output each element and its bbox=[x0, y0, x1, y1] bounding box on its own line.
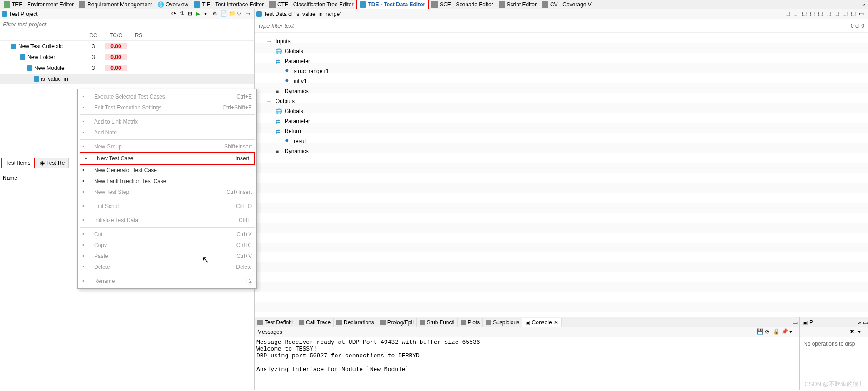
tab-test-items[interactable]: Test Items bbox=[1, 158, 35, 168]
circle-icon: ◉ bbox=[40, 160, 45, 166]
data-tree-row[interactable]: 🌐 Globals bbox=[255, 46, 868, 56]
tool-icon[interactable]: ⬚ bbox=[810, 10, 817, 18]
new-icon[interactable]: 📄 bbox=[221, 10, 228, 18]
tab-sce[interactable]: SCE - Scenario Editor bbox=[429, 0, 496, 9]
overflow-icon[interactable]: » bbox=[860, 1, 867, 8]
tree-row[interactable]: New Test Collectic 3 0.00 bbox=[0, 41, 254, 52]
name-column: Name bbox=[3, 175, 17, 181]
dd-icon[interactable]: ▾ bbox=[858, 328, 865, 336]
console-output[interactable]: Message Receiver ready at UDP Port 49432… bbox=[255, 337, 799, 390]
col-cc: CC bbox=[82, 32, 105, 39]
bottom-tab[interactable]: Prolog/Epil bbox=[377, 318, 417, 327]
gear-icon[interactable]: ⚙ bbox=[212, 10, 220, 18]
minimize-icon[interactable]: ▭ bbox=[245, 10, 252, 18]
tool-icon[interactable]: ⬚ bbox=[802, 10, 809, 18]
tool-icon[interactable]: ⬚ bbox=[818, 10, 825, 18]
tab-tee[interactable]: TEE - Environment Editor bbox=[1, 0, 76, 9]
min-icon[interactable]: ▭ bbox=[791, 319, 799, 326]
menu-item: ▪New Group Shift+Insert bbox=[78, 141, 256, 152]
folder-icon[interactable]: 📁 bbox=[229, 10, 236, 18]
tab-tie[interactable]: TIE - Test Interface Editor bbox=[191, 0, 266, 9]
data-tree-row[interactable]: ⇄ Return bbox=[255, 126, 868, 136]
data-node-label: Dynamics bbox=[285, 88, 309, 94]
globe-icon: 🌐 bbox=[157, 1, 164, 8]
tool-icon[interactable]: ⬚ bbox=[851, 10, 858, 18]
tab-p[interactable]: ▣ P bbox=[800, 318, 816, 327]
panel-title: Test Project bbox=[9, 11, 38, 17]
bottom-tab[interactable]: Suspicious bbox=[483, 318, 522, 327]
data-tree-row[interactable]: ≡ Dynamics bbox=[255, 86, 868, 96]
tool-icon[interactable]: ⬚ bbox=[785, 10, 793, 18]
col-rs: RS bbox=[127, 32, 150, 39]
tab-cte[interactable]: CTE - Classification Tree Editor bbox=[266, 0, 356, 9]
filter-project-input[interactable] bbox=[0, 19, 254, 30]
bottom-tab[interactable]: Stub Functi bbox=[417, 318, 458, 327]
lock-icon[interactable]: 🔒 bbox=[773, 328, 780, 336]
tab-icon bbox=[336, 320, 342, 325]
tree-row[interactable]: is_value_in_ bbox=[0, 74, 254, 84]
menu-shortcut: Delete bbox=[236, 264, 252, 270]
data-tree-row[interactable]: ● int v1 bbox=[255, 76, 868, 86]
filter-icon[interactable]: ▽ bbox=[237, 10, 244, 18]
tab-script[interactable]: Script Editor bbox=[496, 0, 539, 9]
messages-label: Messages bbox=[257, 329, 282, 335]
run-icon[interactable]: ▶ bbox=[196, 10, 203, 18]
bottom-tab[interactable]: Declarations bbox=[334, 318, 377, 327]
menu-label: Add to Link Matrix bbox=[94, 119, 138, 125]
dd-icon[interactable]: ▾ bbox=[789, 328, 797, 336]
collapse-icon[interactable]: ⊟ bbox=[188, 10, 195, 18]
data-tree-row[interactable]: 🌐 Globals bbox=[255, 106, 868, 116]
data-tree-row[interactable]: ● struct range r1 bbox=[255, 66, 868, 76]
data-tree-row[interactable]: ≡ Dynamics bbox=[255, 146, 868, 156]
bottom-tab[interactable]: Call Trace bbox=[296, 318, 334, 327]
tab-tde[interactable]: TDE - Test Data Editor bbox=[356, 0, 429, 9]
data-tree-row[interactable]: ⇄ Parameter bbox=[255, 56, 868, 66]
tab-requirement[interactable]: Requirement Management bbox=[76, 0, 155, 9]
menu-shortcut: Shift+Insert bbox=[224, 144, 252, 150]
node-label: New Test Collectic bbox=[18, 43, 63, 49]
dropdown-icon[interactable]: ▾ bbox=[204, 10, 211, 18]
tree-row[interactable]: New Folder 3 0.00 bbox=[0, 52, 254, 63]
tool-icon[interactable]: ⬚ bbox=[826, 10, 833, 18]
refresh-icon[interactable]: ⟳ bbox=[171, 10, 179, 18]
clear-icon[interactable]: ✖ bbox=[850, 328, 857, 336]
sync-icon[interactable]: ⇅ bbox=[180, 10, 187, 18]
data-tree-row[interactable]: ← Outputs bbox=[255, 96, 868, 106]
tab-console[interactable]: ▣ Console ✕ bbox=[522, 318, 561, 327]
testdata-title: Test Data of 'is_value_in_range' bbox=[264, 11, 341, 17]
menu-item: ▪Initialize Test Data Ctrl+I bbox=[78, 215, 256, 226]
tab-cv[interactable]: CV - Coverage V bbox=[539, 0, 594, 9]
clear-icon[interactable]: ⊘ bbox=[765, 328, 772, 336]
bottom-tab[interactable]: Plots bbox=[458, 318, 483, 327]
dot-icon: ● bbox=[285, 78, 291, 84]
menu-label: Cut bbox=[94, 231, 103, 238]
test-data-tree[interactable]: → Inputs 🌐 Globals ⇄ Parameter ● struct … bbox=[255, 32, 868, 317]
filter-testdata-input[interactable] bbox=[256, 20, 846, 31]
tool-icon[interactable]: ⬚ bbox=[843, 10, 850, 18]
tab-test-re[interactable]: ◉Test Re bbox=[36, 158, 69, 168]
tool-icon[interactable]: ▭ bbox=[859, 10, 866, 18]
menu-item[interactable]: ▪New Test Case Insert bbox=[80, 152, 255, 165]
min-icon[interactable]: ▭ bbox=[863, 319, 868, 326]
data-node-label: Parameter bbox=[285, 118, 310, 124]
data-node-label: Dynamics bbox=[285, 148, 309, 154]
tool-icon[interactable]: ⬚ bbox=[793, 10, 801, 18]
menu-icon: ▪ bbox=[82, 93, 90, 100]
tool-icon[interactable]: ⬚ bbox=[834, 10, 842, 18]
menu-shortcut: Ctrl+X bbox=[236, 231, 252, 238]
tree-row[interactable]: New Module 3 0.00 bbox=[0, 63, 254, 74]
data-tree-row[interactable]: ⇄ Parameter bbox=[255, 116, 868, 126]
overflow-icon[interactable]: » bbox=[856, 319, 863, 326]
param-icon: ⇄ bbox=[276, 118, 282, 124]
tab-overview[interactable]: 🌐Overview bbox=[155, 0, 191, 9]
close-icon[interactable]: ✕ bbox=[554, 319, 558, 326]
menu-item[interactable]: ▪New Generator Test Case bbox=[78, 165, 256, 176]
menu-item: ▪Delete Delete bbox=[78, 262, 256, 272]
data-tree-row[interactable]: → Inputs bbox=[255, 36, 868, 46]
data-node-label: int v1 bbox=[294, 78, 307, 84]
pin-icon[interactable]: 📌 bbox=[781, 328, 788, 336]
save-icon[interactable]: 💾 bbox=[757, 328, 764, 336]
bottom-tab[interactable]: Test Definiti bbox=[255, 318, 296, 327]
data-tree-row[interactable]: ● result bbox=[255, 136, 868, 146]
menu-item[interactable]: ▪New Fault Injection Test Case bbox=[78, 176, 256, 187]
